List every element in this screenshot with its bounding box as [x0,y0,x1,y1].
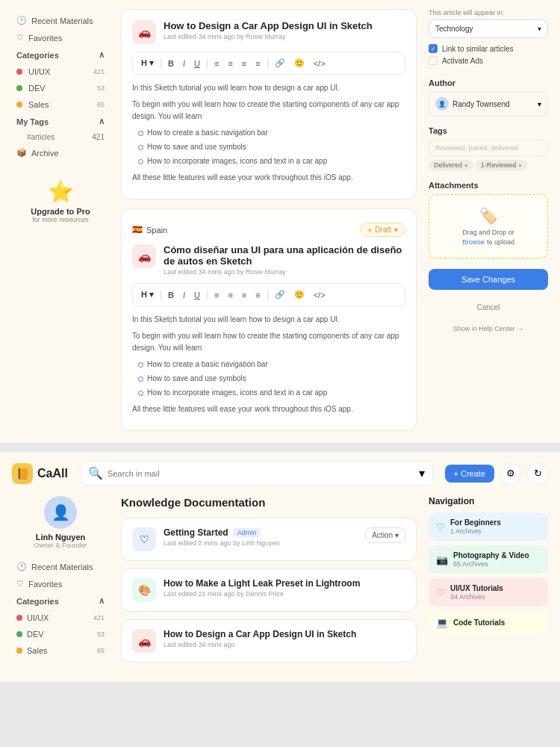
nav-card-uiux[interactable]: ♡ UI/UX Tutorials 34 Archives [429,578,548,607]
upgrade-box[interactable]: ⭐ Upgrade to Pro for more resources [12,170,109,232]
align-left-btn[interactable]: ≡ [212,289,221,301]
tag-remove-icon[interactable]: × [464,162,468,169]
kb-icon-1: ♡ [132,527,156,551]
tags-input[interactable]: Reviewed, paired, delivered [429,140,548,156]
heading-btn[interactable]: H ▾ [139,288,156,301]
user-avatar: 👤 [44,496,77,529]
emoji-btn[interactable]: 🙂 [292,57,307,69]
sidebar-item-dev[interactable]: DEV 53 [12,80,109,96]
refresh-button[interactable]: ↻ [527,463,548,484]
sidebar-item-uiux[interactable]: UI/UX 421 [12,63,109,80]
checkbox-icon: ✓ [429,44,438,53]
settings-button[interactable]: ⚙ [500,463,521,484]
save-button[interactable]: Save Changes [429,269,548,290]
align-justify-btn[interactable]: ≡ [253,289,262,301]
kb-card-getting-started[interactable]: ♡ Getting Started Admin Last edited 2 mi… [121,518,417,561]
sidebar-label: Archive [31,149,59,158]
bot-sidebar-recent[interactable]: 🕐 Recent Materials [12,558,109,575]
list-item: How to save and use symbols [138,373,405,385]
align-right-btn[interactable]: ≡ [240,58,249,69]
sep [207,290,208,300]
underline-btn[interactable]: U [192,289,202,301]
locale-label: 🇪🇸 Spain [132,225,167,235]
search-icon: 🔍 [88,466,103,480]
checkbox-similar[interactable]: ✓ Link to similar articles [429,44,548,53]
top-panel: 🕐 Recent Materials ♡ Favorites Categorie… [0,0,560,443]
kb-card-car-app[interactable]: 🚗 How to Design a Car App Design UI in S… [121,619,417,663]
upload-icon: 🏷️ [435,207,541,225]
sidebar-item-recent[interactable]: 🕐 Recent Materials [12,12,109,29]
bot-sidebar-favorites[interactable]: ♡ Favorites [12,575,109,592]
sidebar-item-favorites[interactable]: ♡ Favorites [12,29,109,46]
bot-sidebar-categories[interactable]: Categories ∧ [12,592,109,610]
nav-card-row: 📷 Photography & Video 65 Archives [436,551,541,568]
list-item: How to incorporate images, icons and tex… [138,155,405,167]
search-input[interactable] [108,469,414,478]
bold-btn[interactable]: B [166,58,176,69]
tag-remove-icon[interactable]: × [518,162,522,169]
underline-btn[interactable]: U [192,58,202,69]
nav-card-subtitle: 1 Archives [450,527,501,535]
tag-delivered[interactable]: Delivered × [429,160,473,170]
bot-sidebar-sales[interactable]: Sales 65 [12,642,109,659]
tag-pills: Delivered × 1-Reviewed × [429,160,548,170]
logo-area: 📙 CaAll [12,463,68,484]
bot-sidebar-dev[interactable]: DEV 53 [12,626,109,642]
bold-btn[interactable]: B [166,289,176,301]
attachments-dropzone[interactable]: 🏷️ Drag and Drop or Browse to upload [429,194,548,258]
code-btn[interactable]: </> [311,289,328,301]
nav-card-row: ♡ For Beginners 1 Archives [436,518,541,535]
kb-title-3: How to Design a Car App Design UI in Ske… [164,629,356,639]
nav-card-photography[interactable]: 📷 Photography & Video 65 Archives [429,545,548,574]
kb-title-row-2: How to Make a Light Leak Preset in Light… [164,578,405,589]
tag-reviewed[interactable]: 1-Reviewed × [476,160,527,170]
align-left-btn[interactable]: ≡ [212,58,221,69]
draft-badge[interactable]: ● Draft ▾ [360,223,405,237]
emoji-btn[interactable]: 🙂 [292,288,307,301]
link-btn[interactable]: 🔗 [273,57,287,69]
list-dot [138,145,143,150]
italic-btn[interactable]: I [181,289,187,301]
article-meta-2: Last edited 34 mins ago by Rosie Murray [164,268,405,276]
sidebar-categories[interactable]: Categories ∧ [12,46,109,63]
top-sidebar: 🕐 Recent Materials ♡ Favorites Categorie… [12,9,109,431]
sidebar-item-sales[interactable]: Sales 65 [12,96,109,113]
author-section: Author 👤 Randy Townsend ▾ [429,78,548,116]
align-justify-btn[interactable]: ≡ [253,58,262,69]
sidebar-my-tags[interactable]: My Tags ∧ [12,113,109,130]
nav-card-row: 💻 Code Tutorials [436,617,541,628]
category-dropdown[interactable]: Technology ▾ [429,19,548,38]
nav-search[interactable]: 🔍 ▾ [80,461,433,486]
bot-sidebar-uiux[interactable]: UI/UX 421 [12,610,109,626]
clock-icon: 🕐 [16,16,27,25]
align-center-btn[interactable]: ≡ [225,289,234,301]
code-btn[interactable]: </> [311,58,328,69]
checkbox-ads[interactable]: Activate Ads [429,56,548,65]
list-item: How to create a basic navigation bar [138,127,405,139]
create-button[interactable]: + Create [445,465,495,483]
list-item: How to save and use symbols [138,141,405,153]
browse-link[interactable]: Browse [462,238,485,246]
nav-card-code[interactable]: 💻 Code Tutorials [429,611,548,634]
sidebar-archive[interactable]: 📦 Archive [12,144,109,161]
sidebar-articles[interactable]: #articles 421 [12,130,109,144]
drag-text: Drag and Drop or [435,229,541,236]
nav-card-beginners[interactable]: ♡ For Beginners 1 Archives [429,512,548,541]
cancel-button[interactable]: Cancel [429,300,548,314]
kb-info-3: How to Design a Car App Design UI in Ske… [164,629,405,648]
article-card-2: 🇪🇸 Spain ● Draft ▾ 🚗 Cómo diseñar una UI… [121,208,417,431]
kb-card-lightroom[interactable]: 🎨 How to Make a Light Leak Preset in Lig… [121,568,417,612]
align-right-btn[interactable]: ≡ [240,289,249,301]
author-row[interactable]: 👤 Randy Townsend ▾ [429,92,548,116]
chevron-down-icon: ▾ [538,25,541,33]
align-center-btn[interactable]: ≡ [225,58,234,69]
action-button-1[interactable]: Action ▾ [365,527,405,543]
user-name: Linh Nguyen [12,533,109,542]
heading-btn[interactable]: H ▾ [139,57,156,69]
help-center-link[interactable]: Show in Help Center → [429,325,548,332]
kb-meta-3: Last edited 34 mins ago [164,641,405,648]
italic-btn[interactable]: I [181,58,187,69]
chevron-icon: ∧ [99,117,105,126]
chevron-down-icon: ▾ [538,100,541,108]
link-btn[interactable]: 🔗 [273,288,287,301]
